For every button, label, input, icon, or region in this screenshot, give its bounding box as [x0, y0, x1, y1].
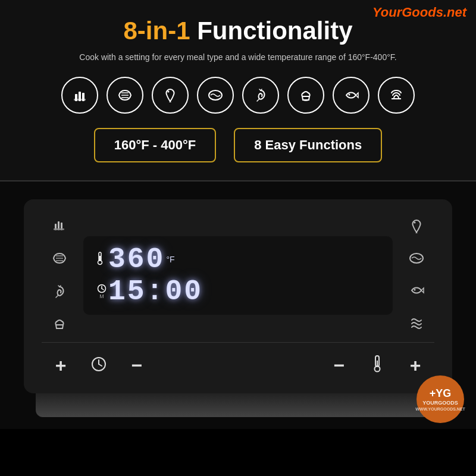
ctrl-icon-sausage[interactable]: [51, 249, 68, 271]
yg-logo-main: +YG: [430, 388, 452, 399]
subtitle: Cook with a setting for every meal type …: [24, 51, 452, 64]
temp-value: 360: [108, 243, 165, 275]
temp-display-row: 360 °F: [95, 243, 381, 275]
left-icons: [42, 216, 77, 335]
thermometer-display-icon: [95, 251, 108, 268]
ctrl-icon-steak[interactable]: [408, 249, 425, 270]
svg-point-24: [414, 222, 416, 224]
plus-left-button[interactable]: +: [48, 355, 74, 377]
icons-row: [24, 77, 452, 114]
svg-rect-32: [377, 361, 378, 367]
yg-logo-url: WWW.YOURGOODS.NET: [415, 407, 465, 411]
icon-chicken: [152, 77, 189, 114]
yg-logo-sub: YOURGOODS: [422, 400, 458, 406]
control-grid: 360 °F M 15:00: [42, 216, 434, 335]
ctrl-icon-fries[interactable]: [51, 216, 68, 237]
minus-left-button[interactable]: −: [124, 355, 150, 377]
plus-right-button[interactable]: +: [402, 355, 428, 377]
svg-point-7: [168, 91, 170, 93]
ctrl-icon-chicken[interactable]: [408, 217, 425, 237]
svg-rect-20: [99, 256, 101, 261]
headline: 8-in-1 Functionality: [24, 17, 452, 45]
top-section: YourGoods.net 8-in-1 Functionality Cook …: [0, 0, 476, 181]
right-icons: [399, 217, 434, 334]
minus-right-button[interactable]: −: [326, 355, 352, 377]
ctrl-icon-muffin[interactable]: [51, 315, 68, 335]
svg-rect-14: [54, 228, 64, 230]
ctrl-icon-waves[interactable]: [408, 314, 425, 334]
icon-fries: [61, 77, 98, 114]
yg-logo-badge: +YG YOURGOODS WWW.YOURGOODS.NET: [416, 375, 464, 423]
svg-point-9: [349, 94, 350, 96]
headline-number: 8-in-1: [123, 17, 190, 45]
right-controls: − +: [326, 355, 428, 377]
left-controls: + −: [48, 355, 150, 377]
clock-display-icon: M: [95, 284, 108, 299]
svg-line-29: [99, 364, 102, 366]
headline-text: Functionality: [190, 17, 353, 45]
functions-badge: 8 Easy Functions: [234, 128, 382, 162]
thermometer-button[interactable]: [364, 355, 390, 377]
svg-line-23: [102, 289, 104, 290]
divider: [42, 342, 434, 343]
time-display-row: M 15:00: [95, 275, 381, 308]
icon-sausage: [107, 77, 143, 114]
main-container: YourGoods.net 8-in-1 Functionality Cook …: [0, 0, 476, 476]
center-display: 360 °F M 15:00: [83, 236, 393, 315]
svg-point-26: [414, 289, 416, 291]
control-panel: 360 °F M 15:00: [24, 199, 452, 393]
icon-steak: [197, 77, 234, 114]
icon-shrimp: [242, 77, 279, 114]
icon-fish: [333, 77, 369, 114]
temp-unit: °F: [166, 255, 174, 264]
badges-row: 160°F - 400°F 8 Easy Functions: [24, 128, 452, 162]
ctrl-icon-shrimp[interactable]: [51, 283, 68, 303]
bottom-section: 360 °F M 15:00: [0, 181, 476, 429]
time-value: 15:00: [108, 275, 203, 308]
temp-range-badge: 160°F - 400°F: [94, 128, 216, 162]
clock-button[interactable]: [86, 356, 112, 375]
appliance-chrome: [36, 393, 440, 417]
svg-rect-3: [74, 99, 86, 101]
control-bottom-row: + − −: [42, 355, 434, 377]
mode-label: M: [99, 293, 104, 299]
brand-watermark: YourGoods.net: [372, 5, 466, 20]
icon-muffin: [287, 77, 324, 114]
icon-grill: [378, 77, 415, 114]
ctrl-icon-fish[interactable]: [408, 281, 425, 302]
